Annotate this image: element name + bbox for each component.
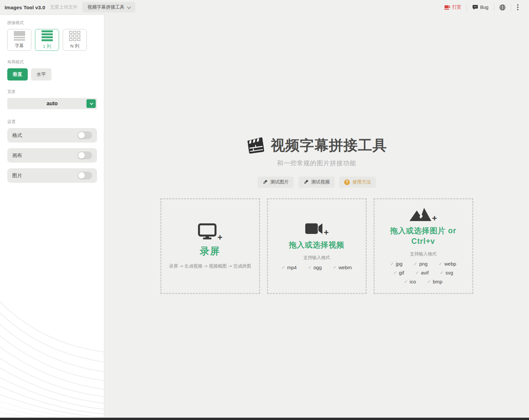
decorative-waves — [0, 295, 104, 418]
formats-label: 支持输入格式 — [410, 251, 437, 257]
coffee-cup-icon — [444, 5, 450, 10]
n-columns-mode-icon — [69, 31, 80, 41]
layout-vertical-button[interactable]: 垂直 — [7, 68, 28, 81]
tool-select-dropdown[interactable]: 视频字幕拼接工具 — [82, 2, 135, 13]
format-toggle[interactable] — [78, 131, 92, 139]
test-video-button[interactable]: 测试视频 — [298, 177, 335, 188]
formats-list: ✓mp4 ✓ogg ✓webm — [281, 265, 352, 270]
chevron-down-icon — [90, 101, 93, 105]
setting-row-canvas: 画布 — [7, 148, 97, 163]
format-item: ✓ogg — [308, 265, 322, 270]
format-item: ✓ico — [404, 279, 416, 284]
mode-card-label: N 列 — [70, 43, 79, 49]
page-title: 视频字幕拼接工具 — [271, 136, 387, 155]
hero-buttons: 测试图片 测试视频 ? 使用方法 — [257, 177, 376, 188]
check-icon: ✓ — [440, 270, 444, 275]
usage-label: 使用方法 — [352, 179, 371, 185]
more-menu-button[interactable] — [511, 4, 524, 10]
format-item: ✓gif — [393, 270, 404, 275]
hero: 视频字幕拼接工具 和一些常规的图片拼接功能 测试图片 — [104, 15, 529, 294]
settings-section-label: 设置 — [7, 119, 97, 125]
check-icon: ✓ — [415, 270, 419, 275]
monitor-icon — [198, 223, 217, 240]
donate-label: 打赏 — [452, 4, 461, 10]
format-item: ✓webm — [333, 265, 352, 270]
question-icon: ? — [344, 179, 350, 185]
test-image-label: 测试图片 — [270, 179, 289, 185]
tool-select-value: 视频字幕拼接工具 — [87, 4, 124, 10]
mode-card-n-columns[interactable]: N 列 — [63, 29, 87, 51]
check-icon: ✓ — [390, 261, 394, 266]
kebab-icon — [517, 4, 518, 6]
subtitle-mode-icon — [14, 31, 25, 41]
width-select[interactable]: auto — [7, 98, 97, 109]
globe-icon — [499, 4, 506, 11]
dropzone-screen-record[interactable]: + 录屏 录屏 -> 生成视频 -> 视频截图 -> 完成拼图 — [160, 198, 260, 294]
format-item: ✓bmp — [427, 279, 443, 284]
setting-label: 格式 — [12, 132, 22, 139]
topbar: Images Tool v3.0 无需上传文件 视频字幕拼接工具 打赏 — [0, 0, 529, 15]
formats-label: 支持输入格式 — [303, 255, 330, 261]
app-tagline: 无需上传文件 — [50, 4, 78, 10]
width-dropdown-button[interactable] — [86, 99, 96, 108]
canvas-toggle[interactable] — [78, 151, 92, 159]
format-item: ✓mp4 — [281, 265, 297, 270]
bug-report-button[interactable]: Bug — [467, 5, 494, 10]
bug-label: Bug — [480, 5, 488, 10]
width-section-label: 宽度 — [7, 89, 97, 95]
mode-card-subtitle[interactable]: 字幕 — [7, 29, 31, 51]
layout-buttons: 垂直 水平 — [7, 68, 97, 81]
check-icon: ✓ — [281, 265, 285, 270]
dropzone-desc: 录屏 -> 生成视频 -> 视频截图 -> 完成拼图 — [169, 263, 251, 269]
page-subtitle: 和一些常规的图片拼接功能 — [277, 159, 356, 168]
topbar-actions: 打赏 Bug — [439, 4, 524, 11]
test-image-button[interactable]: 测试图片 — [257, 177, 294, 188]
layout-section-label: 布局模式 — [7, 59, 97, 65]
image-toggle[interactable] — [78, 172, 92, 179]
test-tube-icon — [262, 179, 268, 185]
donate-button[interactable]: 打赏 — [439, 4, 467, 10]
main-area: 视频字幕拼接工具 和一些常规的图片拼接功能 测试图片 — [104, 15, 529, 418]
test-video-label: 测试视频 — [311, 179, 330, 185]
plus-icon: + — [324, 229, 329, 235]
format-item: ✓avif — [415, 270, 429, 275]
setting-label: 图片 — [12, 173, 22, 179]
plus-icon: + — [432, 215, 437, 221]
one-column-mode-icon — [42, 30, 53, 41]
dropzone-image[interactable]: + 拖入或选择图片 or Ctrl+v 支持输入格式 ✓jpg ✓png ✓we… — [374, 198, 473, 294]
check-icon: ✓ — [427, 279, 431, 284]
check-icon: ✓ — [404, 279, 408, 284]
width-value: auto — [47, 101, 58, 107]
check-icon: ✓ — [439, 261, 443, 266]
mode-cards: 字幕 1 列 N 列 — [7, 29, 97, 51]
dropzones: + 录屏 录屏 -> 生成视频 -> 视频截图 -> 完成拼图 + 拖入或选择 — [160, 198, 473, 294]
plus-icon: + — [217, 234, 222, 240]
app-title: Images Tool v3.0 — [5, 5, 45, 10]
dropzone-video[interactable]: + 拖入或选择视频 支持输入格式 ✓mp4 ✓ogg ✓webm — [267, 198, 367, 294]
formats-list: ✓jpg ✓png ✓webp ✓gif ✓avif ✓svg ✓ico ✓bm… — [382, 261, 465, 284]
mode-section-label: 拼接模式 — [7, 20, 97, 26]
test-tube-icon — [303, 179, 309, 185]
video-camera-icon — [305, 222, 323, 235]
bottom-scrollbar[interactable] — [0, 418, 529, 420]
mode-card-label: 字幕 — [15, 43, 24, 49]
mode-card-one-column[interactable]: 1 列 — [35, 29, 59, 51]
format-item: ✓svg — [440, 270, 453, 275]
chevron-down-icon — [127, 5, 131, 9]
dropzone-title: 拖入或选择视频 — [289, 240, 345, 250]
usage-help-button[interactable]: ? 使用方法 — [339, 177, 376, 188]
check-icon: ✓ — [393, 270, 397, 275]
setting-row-image: 图片 — [7, 168, 97, 183]
format-item: ✓jpg — [390, 261, 403, 267]
setting-row-format: 格式 — [7, 128, 97, 143]
language-globe-button[interactable] — [494, 4, 511, 11]
mode-card-label: 1 列 — [43, 44, 51, 49]
sidebar: 拼接模式 字幕 1 列 N 列 布局模式 垂直 水平 宽度 auto — [0, 15, 104, 418]
check-icon: ✓ — [414, 261, 417, 266]
layout-horizontal-button[interactable]: 水平 — [31, 68, 51, 81]
format-item: ✓png — [414, 261, 428, 267]
clapperboard-icon — [247, 137, 265, 154]
check-icon: ✓ — [333, 265, 337, 270]
dropzone-title: 拖入或选择图片 or Ctrl+v — [379, 226, 468, 246]
check-icon: ✓ — [308, 265, 312, 270]
